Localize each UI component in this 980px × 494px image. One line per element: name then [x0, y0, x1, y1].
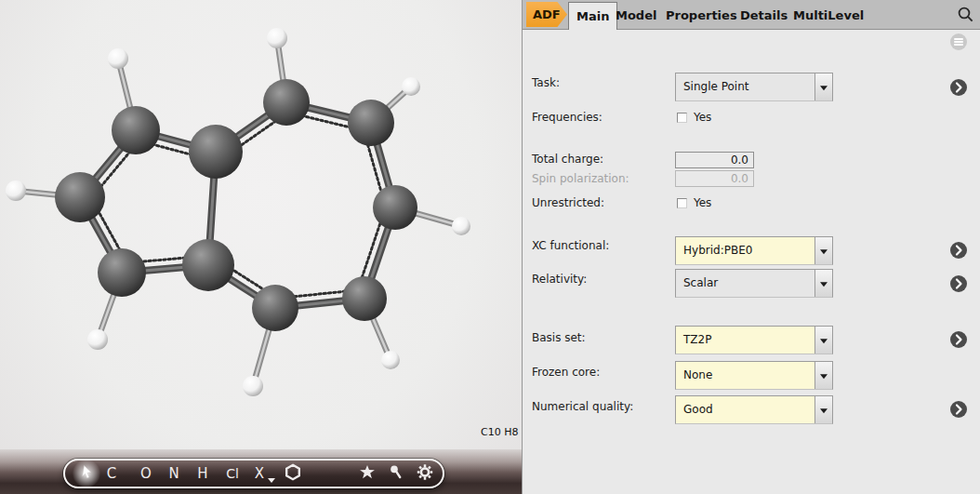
search-icon[interactable]	[957, 6, 974, 23]
numerical-quality-select[interactable]: Good	[675, 395, 833, 424]
atom-H[interactable]	[381, 351, 400, 369]
atom-C[interactable]	[373, 185, 417, 230]
basis-set-select-caret-icon[interactable]	[814, 327, 832, 354]
gear-icon[interactable]	[417, 464, 433, 484]
relativity-select-caret-icon[interactable]	[814, 270, 832, 297]
cursor-icon[interactable]	[80, 465, 94, 483]
xc-functional-detail-chevron-icon[interactable]	[950, 242, 967, 259]
frequencies-checkbox-label: Yes	[694, 111, 711, 124]
total-charge-label: Total charge:	[532, 153, 603, 166]
spin-polarization-label: Spin polarization:	[532, 172, 629, 185]
element-dropdown-caret-icon[interactable]	[268, 478, 275, 483]
element-button-O[interactable]: O	[140, 467, 152, 481]
relativity-label: Relativity:	[532, 273, 587, 286]
unrestricted-checkbox[interactable]	[677, 198, 687, 208]
basis-set-detail-chevron-icon[interactable]	[950, 331, 967, 348]
atom-C[interactable]	[263, 79, 310, 126]
element-button-N[interactable]: N	[168, 467, 179, 481]
tab-model[interactable]: Model	[608, 2, 664, 29]
xc-functional-select-caret-icon[interactable]	[814, 237, 832, 264]
atom-C[interactable]	[189, 125, 243, 179]
formula-label: C10 H8	[481, 426, 518, 438]
frozen-core-select[interactable]: None	[675, 361, 833, 390]
atom-H[interactable]	[267, 28, 287, 48]
xc-functional-select[interactable]: Hybrid:PBE0	[675, 236, 833, 265]
unrestricted-label: Unrestricted:	[532, 196, 604, 209]
atom-C[interactable]	[348, 100, 394, 146]
viewer-toolbar: C O N H Cl X	[63, 459, 444, 488]
relativity-select[interactable]: Scalar	[675, 269, 833, 298]
molecule-viewport[interactable]: C10 H8 C O N H Cl X	[0, 0, 522, 494]
tab-bar: ADF Main Model Properties Details MultiL…	[523, 0, 980, 30]
atom-C[interactable]	[112, 106, 160, 154]
basis-set-select[interactable]: TZ2P	[675, 326, 833, 354]
task-select-caret-icon[interactable]	[814, 73, 832, 100]
atom-H[interactable]	[87, 329, 108, 350]
adf-input-panel: ADF Main Model Properties Details MultiL…	[522, 0, 980, 494]
atom-C[interactable]	[98, 248, 146, 297]
atom-C[interactable]	[55, 172, 105, 222]
element-button-Cl[interactable]: Cl	[226, 467, 239, 481]
atom-C[interactable]	[342, 276, 387, 321]
numerical-quality-label: Numerical quality:	[532, 400, 633, 413]
xc-functional-label: XC functional:	[532, 239, 609, 252]
element-button-X[interactable]: X	[255, 467, 264, 481]
element-button-C[interactable]: C	[107, 467, 116, 481]
atom-C[interactable]	[182, 239, 234, 291]
relativity-detail-chevron-icon[interactable]	[950, 275, 967, 292]
adf-brand-tab[interactable]: ADF	[526, 2, 567, 27]
atom-H[interactable]	[6, 180, 26, 201]
spin-polarization-input: 0.0	[675, 170, 754, 187]
frequencies-checkbox[interactable]	[677, 113, 687, 123]
frequencies-label: Frequencies:	[532, 111, 603, 124]
adfinput-window: C10 H8 C O N H Cl X	[0, 0, 980, 494]
atom-H[interactable]	[402, 77, 420, 96]
atom-H[interactable]	[243, 376, 263, 396]
atom-H[interactable]	[452, 217, 470, 235]
task-detail-chevron-icon[interactable]	[950, 79, 967, 96]
atom-C[interactable]	[252, 285, 298, 331]
ring-hexagon-icon[interactable]	[285, 463, 302, 484]
molecule-atoms	[6, 28, 470, 396]
task-label: Task:	[532, 76, 560, 89]
basis-set-label: Basis set:	[532, 331, 586, 344]
viewer-toolbar-strip: C O N H Cl X	[0, 449, 522, 494]
unrestricted-checkbox-label: Yes	[694, 196, 711, 209]
atom-H[interactable]	[108, 48, 128, 69]
element-button-H[interactable]: H	[197, 467, 207, 481]
tab-multilevel[interactable]: MultiLevel	[786, 2, 871, 29]
frozen-core-select-caret-icon[interactable]	[814, 362, 832, 389]
star-icon[interactable]	[360, 465, 376, 483]
frozen-core-label: Frozen core:	[532, 366, 600, 379]
numerical-quality-detail-chevron-icon[interactable]	[950, 401, 967, 418]
tab-properties[interactable]: Properties	[658, 2, 745, 29]
total-charge-input[interactable]: 0.0	[675, 152, 754, 168]
task-select[interactable]: Single Point	[675, 73, 833, 101]
numerical-quality-select-caret-icon[interactable]	[814, 396, 832, 423]
pin-icon[interactable]	[390, 465, 403, 482]
panel-menu-icon[interactable]	[950, 33, 967, 50]
molecule-canvas[interactable]	[0, 0, 522, 449]
